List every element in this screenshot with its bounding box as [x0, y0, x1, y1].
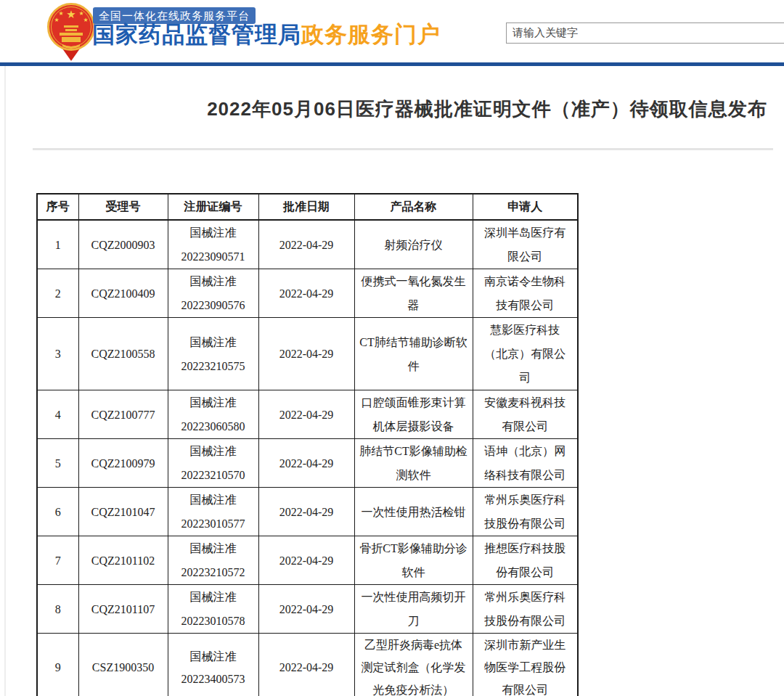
- svg-text:★: ★: [66, 8, 75, 20]
- cell-cert-no: 国械注准20223090576: [168, 269, 258, 318]
- cell-product: CT肺结节辅助诊断软件: [354, 318, 473, 390]
- table-row: 8CQZ2101107国械注准202230105782022-04-29一次性使…: [37, 585, 578, 634]
- cell-seq: 4: [37, 390, 78, 439]
- svg-text:★: ★: [83, 17, 88, 23]
- cell-approval-date: 2022-04-29: [258, 634, 354, 696]
- cell-approval-date: 2022-04-29: [258, 269, 354, 318]
- cell-seq: 9: [37, 634, 78, 696]
- cell-cert-no: 国械注准20223010577: [168, 488, 258, 536]
- cell-acceptance-no: CQZ2101047: [78, 488, 168, 536]
- cell-applicant: 常州乐奥医疗科技股份有限公司: [473, 488, 578, 536]
- cell-seq: 8: [37, 585, 78, 634]
- cell-product: 射频治疗仪: [354, 220, 473, 269]
- national-emblem-icon: ★ ★ ★ ★ ★: [46, 1, 96, 61]
- col-header-product-name: 产品名称: [354, 194, 473, 220]
- site-name: 国家药品监督管理局: [92, 22, 301, 47]
- col-header-seq: 序号: [37, 194, 78, 220]
- cell-product: 一次性使用热活检钳: [354, 488, 473, 536]
- table-row: 4CQZ2100777国械注准202230605802022-04-29口腔颌面…: [37, 390, 578, 439]
- cell-approval-date: 2022-04-29: [258, 536, 354, 585]
- table-row: 1CQZ2000903国械注准202230905712022-04-29射频治疗…: [37, 220, 578, 269]
- cell-product: 乙型肝炎病毒e抗体测定试剂盒（化学发光免疫分析法）: [354, 634, 473, 696]
- cell-approval-date: 2022-04-29: [258, 439, 354, 488]
- table-row: 5CQZ2100979国械注准202232105702022-04-29肺结节C…: [37, 439, 578, 488]
- cell-acceptance-no: CQZ2100777: [78, 390, 168, 439]
- table-header: 序号 受理号 注册证编号 批准日期 产品名称 申请人: [37, 194, 578, 220]
- table-body: 1CQZ2000903国械注准202230905712022-04-29射频治疗…: [37, 220, 578, 696]
- svg-text:★: ★: [58, 10, 63, 17]
- cell-applicant: 南京诺令生物科技有限公司: [473, 269, 578, 318]
- table-row: 2CQZ2100409国械注准202230905762022-04-29便携式一…: [37, 269, 578, 318]
- cell-cert-no: 国械注准20223210575: [168, 318, 258, 390]
- cell-applicant: 慧影医疗科技（北京）有限公司: [473, 318, 578, 390]
- cell-product: 一次性使用高频切开刀: [354, 585, 473, 634]
- cell-applicant: 推想医疗科技股份有限公司: [473, 536, 578, 585]
- cell-applicant: 安徽麦科视科技有限公司: [473, 390, 578, 439]
- cell-seq: 5: [37, 439, 78, 488]
- approval-table: 序号 受理号 注册证编号 批准日期 产品名称 申请人 1CQZ2000903国械…: [36, 193, 579, 696]
- cell-cert-no: 国械注准20223210572: [168, 536, 258, 585]
- cell-approval-date: 2022-04-29: [258, 488, 354, 536]
- cell-product: 便携式一氧化氮发生器: [354, 269, 473, 318]
- cell-seq: 6: [37, 488, 78, 536]
- cell-acceptance-no: CQZ2101102: [78, 536, 168, 585]
- table-row: 6CQZ2101047国械注准202230105772022-04-29一次性使…: [37, 488, 578, 536]
- col-header-cert-no: 注册证编号: [168, 194, 258, 220]
- cell-approval-date: 2022-04-29: [258, 318, 354, 390]
- cell-cert-no: 国械注准20223060580: [168, 390, 258, 439]
- col-header-approval-date: 批准日期: [258, 194, 354, 220]
- cell-applicant: 深圳半岛医疗有限公司: [473, 220, 578, 269]
- cell-applicant: 深圳市新产业生物医学工程股份有限公司: [473, 634, 578, 696]
- cell-applicant: 语坤（北京）网络科技有限公司: [473, 439, 578, 488]
- cell-acceptance-no: CQZ2100558: [78, 318, 168, 390]
- col-header-acceptance-no: 受理号: [78, 194, 168, 220]
- cell-seq: 7: [37, 536, 78, 585]
- cell-seq: 3: [37, 318, 78, 390]
- table-header-row: 序号 受理号 注册证编号 批准日期 产品名称 申请人: [37, 194, 578, 220]
- table-row: 9CSZ1900350国械注准202234005732022-04-29乙型肝炎…: [37, 634, 578, 696]
- cell-acceptance-no: CQZ2100979: [78, 439, 168, 488]
- cell-cert-no: 国械注准20223400573: [168, 634, 258, 696]
- site-title[interactable]: 国家药品监督管理局政务服务门户: [92, 20, 441, 50]
- table-row: 7CQZ2101102国械注准202232105722022-04-29骨折CT…: [37, 536, 578, 585]
- search-input[interactable]: [506, 22, 784, 44]
- table-row: 3CQZ2100558国械注准202232105752022-04-29CT肺结…: [37, 318, 578, 390]
- page-title: 2022年05月06日医疗器械批准证明文件（准产）待领取信息发布: [0, 66, 784, 122]
- cell-cert-no: 国械注准20223210570: [168, 439, 258, 488]
- cell-applicant: 常州乐奥医疗科技股份有限公司: [473, 585, 578, 634]
- col-header-applicant: 申请人: [473, 194, 578, 220]
- site-header: ★ ★ ★ ★ ★ 全国一体化在线政务服务平台 国家药品监督管理局政务服务门户: [0, 0, 784, 62]
- cell-seq: 2: [37, 269, 78, 318]
- cell-acceptance-no: CQZ2100409: [78, 269, 168, 318]
- cell-product: 骨折CT影像辅助分诊软件: [354, 536, 473, 585]
- cell-approval-date: 2022-04-29: [258, 390, 354, 439]
- svg-text:★: ★: [78, 10, 83, 17]
- cell-cert-no: 国械注准20223090571: [168, 220, 258, 269]
- cell-acceptance-no: CQZ2101107: [78, 585, 168, 634]
- cell-product: 肺结节CT影像辅助检测软件: [354, 439, 473, 488]
- cell-approval-date: 2022-04-29: [258, 220, 354, 269]
- cell-acceptance-no: CSZ1900350: [78, 634, 168, 696]
- site-suffix: 政务服务门户: [301, 22, 441, 47]
- title-divider: [33, 148, 773, 150]
- cell-product: 口腔颌面锥形束计算机体层摄影设备: [354, 390, 473, 439]
- svg-text:★: ★: [54, 17, 59, 23]
- cell-cert-no: 国械注准20223010578: [168, 585, 258, 634]
- cell-acceptance-no: CQZ2000903: [78, 220, 168, 269]
- cell-seq: 1: [37, 220, 78, 269]
- main-content: 2022年05月06日医疗器械批准证明文件（准产）待领取信息发布 序号 受理号 …: [0, 66, 784, 696]
- cell-approval-date: 2022-04-29: [258, 585, 354, 634]
